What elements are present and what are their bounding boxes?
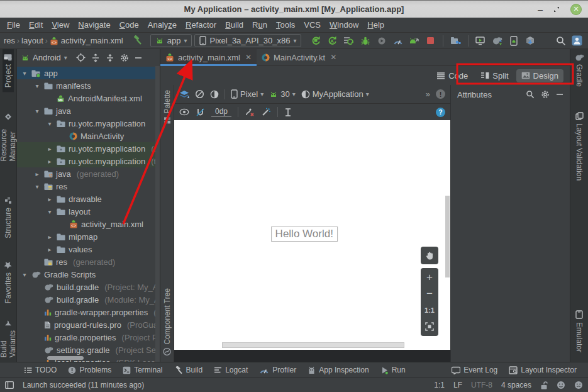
canvas-hscrollbar[interactable] [222,342,404,348]
zoom-in-button[interactable]: + [421,269,438,286]
tree-row[interactable]: ▾layout [17,205,160,218]
chevron-expanded-icon[interactable]: ▾ [21,70,28,77]
help-icon[interactable]: ? [436,108,445,117]
zoom-reset-button[interactable]: 1:1 [421,302,438,318]
menu-help[interactable]: Help [363,20,389,30]
tree-row[interactable]: ▾app [17,67,160,79]
menu-tools[interactable]: Tools [272,20,299,30]
menu-code[interactable]: Code [115,20,143,30]
chevron-expanded-icon[interactable]: ▾ [46,120,53,127]
tree-row[interactable]: ▾Gradle Scripts [17,268,160,281]
tree-row[interactable]: MFAndroidManifest.xml [17,92,160,104]
device-explorer-icon[interactable] [448,34,463,48]
tree-row[interactable]: ▾ru.yotc.myapplication [17,117,160,130]
search-icon[interactable] [526,90,535,99]
chevron-collapsed-icon[interactable]: ▸ [46,233,53,240]
sidebar-tab-gradle[interactable]: Gradle [574,49,585,91]
gear-icon[interactable] [120,53,129,62]
search-icon[interactable] [553,34,568,48]
tree-row[interactable]: ▾java [17,104,160,117]
sidebar-tab-resource-manager[interactable]: Resource Manager [0,108,18,165]
menu-view[interactable]: View [47,20,74,30]
project-tree-hscrollbar[interactable] [47,356,84,360]
expand-all-icon[interactable] [91,53,100,62]
hide-panel-icon[interactable] [135,54,142,62]
tree-row[interactable]: ▾manifests [17,79,160,92]
chevron-collapsed-icon[interactable]: ▸ [46,145,53,152]
autoconnect-icon[interactable] [196,108,205,117]
sdk-manager-icon[interactable] [523,34,537,48]
tree-row[interactable]: ▸ru.yotc.myapplication(test) [17,155,160,167]
sidebar-tab-favorites[interactable]: Favorites [3,257,14,308]
toolwindow-button-app-inspection[interactable]: App Inspection [302,364,374,376]
minimize-button[interactable]: – [538,5,543,14]
menu-file[interactable]: File [3,20,25,30]
toolwindow-button-terminal[interactable]: Terminal [118,364,167,376]
menu-refactor[interactable]: Refactor [181,20,221,30]
happy-face-icon[interactable] [557,381,565,389]
device-menu[interactable]: Pixel ▾ [231,89,263,99]
menu-window[interactable]: Window [325,20,363,30]
file-encoding[interactable]: UTF-8 [471,381,492,389]
menu-navigate[interactable]: Navigate [74,20,114,30]
zoom-fit-button[interactable] [421,318,438,335]
tree-row[interactable]: ▸drawable [17,193,160,205]
avatar-icon[interactable] [570,34,584,48]
toolbar-overflow-icon[interactable]: » [426,89,430,99]
attach-debugger-icon[interactable] [374,34,389,48]
close-tab-icon[interactable]: ✕ [245,53,252,62]
toolwindow-button-todo[interactable]: TODO [19,364,62,376]
menu-run[interactable]: Run [248,20,272,30]
menu-analyze[interactable]: Analyze [143,20,181,30]
toolwindow-button-logcat[interactable]: Logcat [209,364,253,376]
caret-position[interactable]: 1:1 [434,381,445,389]
canvas-vscrollbar[interactable] [445,196,450,277]
menu-edit[interactable]: Edit [25,20,47,30]
locate-icon[interactable] [76,53,86,62]
toolwindow-button-profiler[interactable]: Profiler [254,364,301,376]
tree-row[interactable]: build.gradle(Project: My_Application) [17,281,160,293]
chevron-expanded-icon[interactable]: ▾ [33,108,41,115]
tree-row[interactable]: ▸values [17,243,160,255]
tree-row[interactable]: res(generated) [17,255,160,268]
apply-changes-icon[interactable]: A [325,34,340,48]
lock-icon[interactable] [540,381,548,389]
tree-row[interactable]: local.properties(SDK Location) [17,356,160,362]
component-tree-tab[interactable]: Component Tree [163,284,172,359]
chevron-collapsed-icon[interactable]: ▸ [46,196,53,203]
chevron-expanded-icon[interactable]: ▾ [46,208,53,215]
avd-manager-icon[interactable] [506,34,521,48]
run-config-select[interactable]: app ▾ [150,34,192,47]
api-level-menu[interactable]: 30 ▾ [269,89,296,99]
stop-icon[interactable] [423,34,438,48]
close-button[interactable]: ✕ [570,4,582,15]
device-manager-icon[interactable] [474,34,488,48]
tree-row[interactable]: ▸mipmap [17,230,160,243]
tree-row[interactable]: build.gradle(Module: My_Application.app) [17,293,160,306]
chevron-collapsed-icon[interactable]: ▸ [46,246,53,253]
mode-button-code[interactable]: Code [431,69,473,82]
pan-button[interactable] [421,247,438,264]
design-canvas[interactable]: Hello World! + − 1:1 [174,120,450,350]
android-run-icon[interactable] [407,34,421,48]
project-view-select[interactable]: Android ▾ [21,53,67,62]
toolwindow-button-build[interactable]: Build [169,364,208,376]
toolwindow-button-layout-inspector[interactable]: Layout Inspector [504,364,582,376]
gear-icon[interactable] [541,90,550,99]
default-margins-button[interactable]: 0dp [211,107,231,117]
toolwindow-button-problems[interactable]: Problems [63,364,116,376]
tree-row[interactable]: ▸java(generated) [17,167,160,180]
editor-tab-activity_main-xml[interactable]: <>activity_main.xml✕ [160,49,257,65]
hide-panel-icon[interactable] [556,91,563,98]
tree-row[interactable]: settings.gradle(Project Settings) [17,344,160,356]
sidebar-tab-layout-validation[interactable]: Layout Validation [574,108,585,185]
toolwindow-button-run[interactable]: Run [375,364,411,376]
tree-row[interactable]: MainActivity [17,130,160,142]
chevron-expanded-icon[interactable]: ▾ [21,271,28,278]
sidebar-tab-structure[interactable]: Structure [3,193,14,243]
toolwindow-button-event-log[interactable]: Event Log [447,364,502,376]
gradle-sync-icon[interactable] [490,34,504,48]
palette-tab[interactable]: Palette [163,86,172,128]
mode-button-split[interactable]: Split [475,69,513,82]
tree-row[interactable]: ▾res [17,180,160,193]
